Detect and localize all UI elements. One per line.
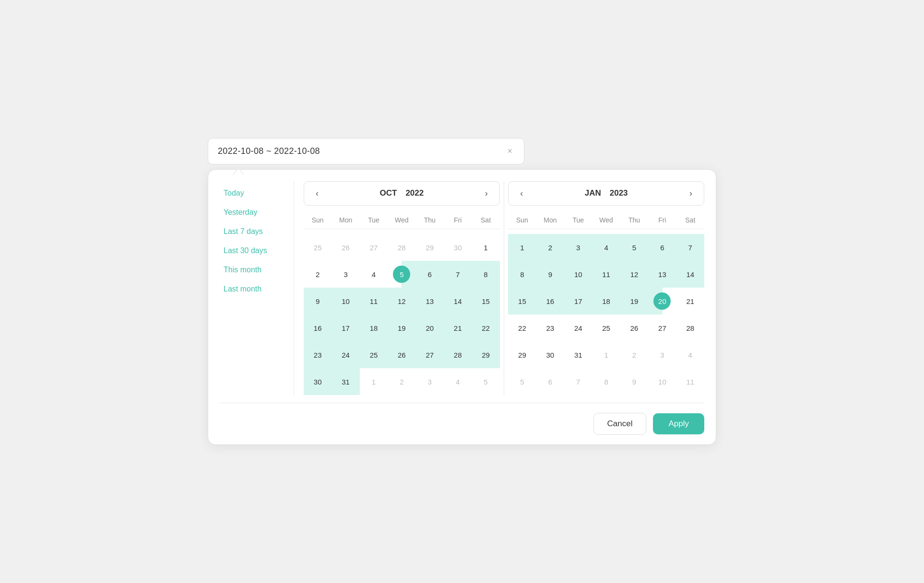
calendar-day[interactable]: 12: [620, 261, 648, 288]
preset-item-3[interactable]: Last 30 days: [224, 246, 282, 255]
cancel-button[interactable]: Cancel: [593, 413, 647, 435]
calendar-day[interactable]: 12: [388, 288, 415, 315]
calendar-day[interactable]: 29: [416, 234, 444, 261]
calendar-day[interactable]: 11: [592, 261, 620, 288]
calendar-day[interactable]: 4: [676, 341, 704, 368]
calendar-day[interactable]: 18: [360, 315, 388, 341]
preset-item-4[interactable]: This month: [224, 266, 282, 274]
calendar-day[interactable]: 8: [592, 368, 620, 395]
calendar-day[interactable]: 10: [564, 261, 592, 288]
calendar-day[interactable]: 21: [676, 288, 704, 315]
apply-button[interactable]: Apply: [653, 413, 704, 434]
calendar-day[interactable]: 5: [508, 368, 536, 395]
calendar-day[interactable]: 25: [304, 234, 332, 261]
calendar-day[interactable]: 26: [620, 315, 648, 341]
calendar-day[interactable]: 10: [648, 368, 676, 395]
calendar-day[interactable]: 10: [332, 288, 359, 315]
calendar-day[interactable]: 5: [472, 368, 499, 395]
calendar-day[interactable]: 27: [648, 315, 676, 341]
calendar-day[interactable]: 7: [444, 261, 472, 288]
calendar-day[interactable]: 1: [592, 341, 620, 368]
calendar-day[interactable]: 2: [304, 261, 332, 288]
calendar-day[interactable]: 23: [304, 341, 332, 368]
calendar-day[interactable]: 3: [648, 341, 676, 368]
calendar-day[interactable]: 6: [648, 234, 676, 261]
calendar-day[interactable]: 9: [536, 261, 564, 288]
calendar-day[interactable]: 6: [536, 368, 564, 395]
calendar-day[interactable]: 8: [508, 261, 536, 288]
calendar-day[interactable]: 15: [508, 288, 536, 315]
calendar-day[interactable]: 18: [592, 288, 620, 315]
calendar-day[interactable]: 4: [444, 368, 472, 395]
calendar-day[interactable]: 24: [564, 315, 592, 341]
calendar-day[interactable]: 22: [472, 315, 499, 341]
calendar-day[interactable]: 14: [444, 288, 472, 315]
calendar-day[interactable]: 1: [472, 234, 499, 261]
calendar-day[interactable]: 22: [508, 315, 536, 341]
calendar-day[interactable]: 20: [416, 315, 444, 341]
calendar-day[interactable]: 17: [332, 315, 359, 341]
calendar-day[interactable]: 24: [332, 341, 359, 368]
calendar-day[interactable]: 31: [564, 341, 592, 368]
left-calendar-next-btn[interactable]: ›: [481, 187, 492, 200]
calendar-day[interactable]: 4: [360, 261, 388, 288]
calendar-day[interactable]: 28: [676, 315, 704, 341]
calendar-day[interactable]: 5: [388, 261, 415, 288]
calendar-day[interactable]: 21: [444, 315, 472, 341]
left-calendar-prev-btn[interactable]: ‹: [312, 187, 322, 200]
calendar-day[interactable]: 3: [564, 234, 592, 261]
calendar-day[interactable]: 25: [592, 315, 620, 341]
calendar-day[interactable]: 29: [472, 341, 499, 368]
calendar-day[interactable]: 16: [304, 315, 332, 341]
calendar-day[interactable]: 15: [472, 288, 499, 315]
calendar-day[interactable]: 7: [676, 234, 704, 261]
calendar-day[interactable]: 27: [360, 234, 388, 261]
calendar-day[interactable]: 2: [620, 341, 648, 368]
day-number: 15: [477, 292, 495, 310]
calendar-day[interactable]: 1: [360, 368, 388, 395]
calendar-day[interactable]: 28: [444, 341, 472, 368]
calendar-day[interactable]: 17: [564, 288, 592, 315]
calendar-day[interactable]: 2: [536, 234, 564, 261]
calendar-day[interactable]: 26: [332, 234, 359, 261]
calendar-day[interactable]: 20: [648, 288, 676, 315]
weekday-label: Fri: [648, 213, 676, 229]
right-calendar-prev-btn[interactable]: ‹: [516, 187, 527, 200]
calendar-day[interactable]: 5: [620, 234, 648, 261]
preset-item-5[interactable]: Last month: [224, 285, 282, 293]
calendar-day[interactable]: 4: [592, 234, 620, 261]
preset-item-1[interactable]: Yesterday: [224, 208, 282, 217]
calendar-day[interactable]: 28: [388, 234, 415, 261]
calendar-day[interactable]: 19: [620, 288, 648, 315]
calendar-day[interactable]: 27: [416, 341, 444, 368]
calendar-day[interactable]: 16: [536, 288, 564, 315]
calendar-day[interactable]: 23: [536, 315, 564, 341]
calendar-day[interactable]: 6: [416, 261, 444, 288]
calendar-day[interactable]: 14: [676, 261, 704, 288]
calendar-day[interactable]: 26: [388, 341, 415, 368]
calendar-day[interactable]: 8: [472, 261, 499, 288]
calendar-day[interactable]: 13: [416, 288, 444, 315]
calendar-day[interactable]: 11: [360, 288, 388, 315]
clear-button[interactable]: ×: [505, 145, 514, 157]
calendar-day[interactable]: 3: [416, 368, 444, 395]
right-calendar-next-btn[interactable]: ›: [686, 187, 696, 200]
date-input-row[interactable]: 2022-10-08 ~ 2022-10-08 ×: [208, 138, 524, 164]
calendar-day[interactable]: 2: [388, 368, 415, 395]
preset-item-2[interactable]: Last 7 days: [224, 227, 282, 236]
calendar-day[interactable]: 30: [444, 234, 472, 261]
calendar-day[interactable]: 13: [648, 261, 676, 288]
calendar-day[interactable]: 9: [620, 368, 648, 395]
preset-item-0[interactable]: Today: [224, 189, 282, 198]
calendar-day[interactable]: 11: [676, 368, 704, 395]
calendar-day[interactable]: 7: [564, 368, 592, 395]
calendar-day[interactable]: 3: [332, 261, 359, 288]
calendar-day[interactable]: 30: [536, 341, 564, 368]
calendar-day[interactable]: 9: [304, 288, 332, 315]
calendar-day[interactable]: 29: [508, 341, 536, 368]
calendar-day[interactable]: 19: [388, 315, 415, 341]
calendar-day[interactable]: 31: [332, 368, 359, 395]
calendar-day[interactable]: 25: [360, 341, 388, 368]
calendar-day[interactable]: 1: [508, 234, 536, 261]
calendar-day[interactable]: 30: [304, 368, 332, 395]
